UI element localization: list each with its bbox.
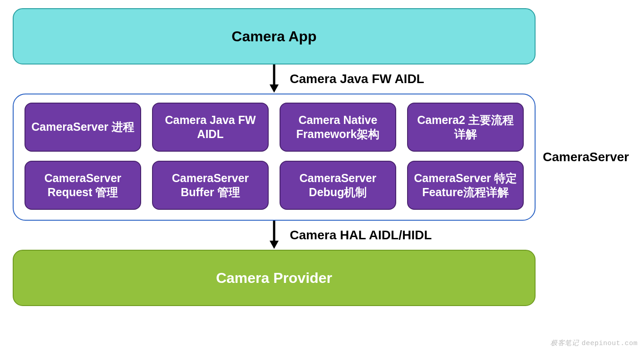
- node-cameraserver-request: CameraServer Request 管理: [25, 161, 141, 210]
- node-cameraserver-buffer: CameraServer Buffer 管理: [152, 161, 269, 210]
- node-cameraserver-feature: CameraServer 特定Feature流程详解: [407, 161, 524, 210]
- server-nodes-grid: CameraServer 进程 Camera Java FW AIDL Came…: [25, 103, 524, 210]
- node-camera-native-framework: Camera Native Framework架构: [280, 103, 396, 152]
- camera-server-container: CameraServer 进程 Camera Java FW AIDL Came…: [13, 94, 536, 221]
- camera-server-label: CameraServer: [543, 150, 629, 164]
- arrow-bottom-label: Camera HAL AIDL/HIDL: [290, 228, 432, 242]
- node-cameraserver-debug: CameraServer Debug机制: [280, 161, 396, 210]
- camera-provider-box: Camera Provider: [13, 250, 536, 306]
- camera-server-wrap: CameraServer 进程 Camera Java FW AIDL Came…: [13, 94, 536, 221]
- arrow-top-group: Camera Java FW AIDL: [13, 64, 536, 94]
- node-camera-java-fw-aidl: Camera Java FW AIDL: [152, 103, 269, 152]
- node-cameraserver-process: CameraServer 进程: [25, 103, 141, 152]
- arrow-down-icon: [269, 221, 280, 250]
- arrow-top-label: Camera Java FW AIDL: [290, 72, 424, 86]
- watermark-en: deepinout.com: [581, 340, 638, 347]
- arrow-bottom-group: Camera HAL AIDL/HIDL: [13, 221, 536, 250]
- camera-app-title: Camera App: [231, 28, 316, 45]
- svg-marker-3: [270, 241, 279, 249]
- camera-app-box: Camera App: [13, 8, 536, 64]
- diagram-canvas: Camera App Camera Java FW AIDL CameraSer…: [0, 0, 644, 351]
- node-camera2-flow: Camera2 主要流程详解: [407, 103, 524, 152]
- watermark-cn: 极客笔记: [551, 339, 579, 346]
- arrow-down-icon: [269, 64, 280, 94]
- watermark: 极客笔记deepinout.com: [551, 339, 638, 347]
- camera-provider-title: Camera Provider: [216, 270, 332, 287]
- svg-marker-1: [270, 84, 279, 93]
